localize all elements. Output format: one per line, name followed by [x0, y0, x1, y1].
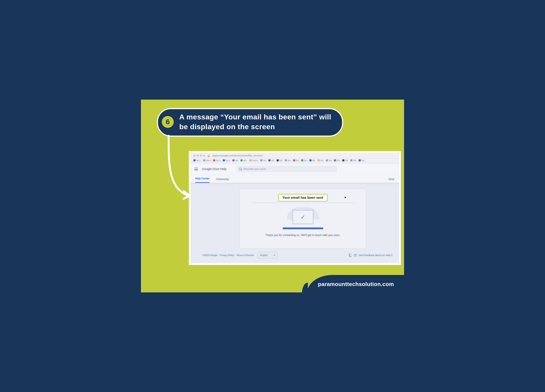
language-select[interactable]: English ▾	[258, 252, 277, 258]
bookmarks-bar: Tab 1 Tab 2 Tab 3 Docs Tab Mail Photos T…	[191, 158, 399, 163]
step-number-badge: 6	[162, 116, 174, 128]
screenshot-frame: 🔒 support.google.com/drive/contact/file_…	[189, 151, 401, 265]
nav-home-icon[interactable]	[203, 155, 205, 157]
tab-help-center[interactable]: Help Center	[195, 177, 210, 183]
bookmark-item[interactable]: Mail	[241, 159, 247, 161]
thank-you-text: Thank you for contacting us. We'll get i…	[266, 233, 341, 237]
bookmark-item[interactable]: Tab	[359, 159, 365, 161]
bookmark-item[interactable]: Tab	[334, 159, 340, 161]
nav-reload-icon[interactable]	[200, 155, 202, 157]
nav-fwd-icon[interactable]	[197, 155, 199, 157]
browser-toolbar: 🔒 support.google.com/drive/contact/file_…	[191, 153, 399, 158]
content-area: Your email has been sent ➤ ✓ Thank you f…	[191, 184, 399, 263]
bookmark-item[interactable]: Tab	[301, 159, 307, 161]
bookmark-item[interactable]: Tab	[326, 159, 332, 161]
laptop-check-illustration: ✓	[283, 209, 323, 229]
lock-icon: 🔒	[207, 154, 210, 157]
footer-terms-link[interactable]: Terms of Service	[236, 254, 254, 257]
menu-icon[interactable]	[194, 168, 198, 170]
brand-footer: paramounttechsolution.com	[307, 275, 405, 293]
help-tabs: Help Center Community Drive	[191, 175, 399, 183]
feedback-icon	[354, 254, 357, 257]
bookmark-item[interactable]: Tab	[318, 159, 323, 161]
bookmark-item[interactable]: Tab	[232, 159, 238, 161]
dark-mode-icon[interactable]	[349, 254, 352, 257]
bookmark-item[interactable]: Tab	[268, 159, 274, 161]
footer-privacy-link[interactable]: Privacy Policy	[220, 254, 234, 257]
bookmark-item[interactable]: Tab 2	[203, 159, 211, 161]
arrow-icon	[162, 134, 192, 202]
search-placeholder: Describe your issue	[243, 167, 266, 171]
tutorial-step-slide: 6 A message “Your email has been sent” w…	[138, 97, 407, 295]
search-input[interactable]: Describe your issue	[237, 166, 337, 172]
step-header: 6 A message “Your email has been sent” w…	[157, 108, 343, 137]
brand-footer-cap	[298, 283, 308, 293]
confirmation-card: Your email has been sent ➤ ✓ Thank you f…	[240, 189, 366, 249]
search-icon	[239, 168, 242, 170]
bookmark-item[interactable]: Tab 1	[193, 159, 201, 161]
bookmark-item[interactable]: Docs	[223, 159, 230, 161]
language-value: English	[260, 254, 268, 257]
bookmark-item[interactable]: Tab	[310, 159, 315, 161]
footer-links: ©2023 Google Privacy Policy Terms of Ser…	[203, 254, 254, 257]
tab-community[interactable]: Community	[216, 178, 229, 183]
tab-product-link[interactable]: Drive	[389, 178, 395, 181]
nav-buttons	[193, 155, 205, 157]
bookmark-item[interactable]: Tab	[342, 159, 348, 161]
card-title-row: Your email has been sent ➤	[251, 194, 354, 203]
chevron-down-icon: ▾	[274, 254, 275, 257]
send-feedback-link[interactable]: Send feedback about our Help C	[359, 254, 393, 257]
bookmark-item[interactable]: Tab	[350, 159, 356, 161]
nav-back-icon[interactable]	[193, 155, 195, 157]
app-title: Google Drive Help	[202, 167, 226, 171]
check-icon: ✓	[292, 210, 313, 224]
footer-copyright: ©2023 Google	[203, 254, 217, 257]
step-instruction: A message “Your email has been sent” wil…	[179, 112, 337, 132]
cursor-icon: ➤	[344, 195, 347, 199]
bookmark-item[interactable]: Tab	[260, 159, 266, 161]
bookmark-item[interactable]: Tab	[277, 159, 283, 161]
email-sent-message: Your email has been sent	[278, 194, 328, 202]
address-bar[interactable]: support.google.com/drive/contact/file_re…	[212, 154, 263, 157]
bookmark-item[interactable]: Tab	[285, 159, 291, 161]
page-footer: ©2023 Google Privacy Policy Terms of Ser…	[203, 251, 393, 259]
bookmark-item[interactable]: Tab 3	[213, 159, 220, 161]
app-header: Google Drive Help Describe your issue	[191, 163, 399, 175]
screenshot: 🔒 support.google.com/drive/contact/file_…	[191, 153, 399, 263]
bookmark-item[interactable]: Tab	[293, 159, 299, 161]
bookmark-item[interactable]: Photos	[249, 159, 258, 161]
